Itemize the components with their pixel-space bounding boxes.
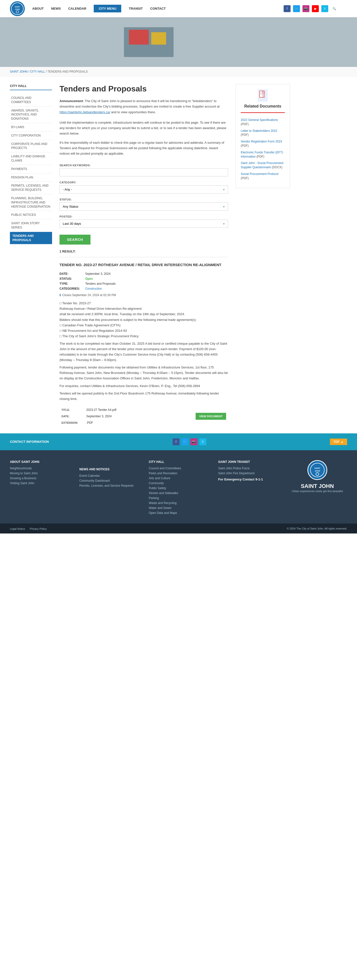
nav-calendar[interactable]: CALENDAR [68,7,86,10]
vimeo-icon[interactable]: V [321,5,328,12]
footer-vimeo-icon[interactable]: V [199,438,206,445]
sidebar-item-awards: AWARDS, GRANTS, INCENTIVES, AND DONATION… [10,107,52,123]
footer-facebook-icon[interactable]: f [172,438,180,445]
tender-type-meta: TYPE: Tenders and Proposals [59,282,228,285]
footer-water[interactable]: Water and Sewer [149,506,208,510]
footer-streets[interactable]: Streets and Sidewalks [149,492,208,495]
category-select[interactable]: - Any - [59,185,228,194]
nav-city-menu[interactable]: CITY MENU [94,5,121,13]
sidebar-item-story-series: SAINT JOHN STORY SERIES [10,219,52,232]
footer-open-data[interactable]: Open Data and Maps [149,511,208,515]
footer-instagram-icon[interactable]: 📷 [190,438,198,445]
related-documents: Related Documents 2022 General Specifica… [236,84,290,188]
sidebar-item-bylaws: BY-LAWS [10,123,52,132]
privacy-policy-link[interactable]: Privacy Policy [30,527,46,530]
related-link-2[interactable]: Vendor Registration Form 2023 (PDF) [241,140,285,148]
top-button[interactable]: TOP ▲ [330,439,347,445]
tender-status-meta: STATUS: Open [59,277,228,280]
tender-categories-meta: CATEGORIES: Construction [59,287,228,290]
breadcrumb-current: TENDERS AND PROPOSALS [47,70,88,73]
footer-permits[interactable]: Permits, Licenses, and Service Requests [79,484,139,487]
footer-council[interactable]: Council and Committees [149,466,208,470]
bids-tenders-link[interactable]: https://saintjohn.bidsandtenders.ca/ [59,110,110,114]
sidebar-item-permits: PERMITS, LICENSES, AND SERVICE REQUESTS [10,181,52,194]
announcement-end: and to view opportunities there. [110,110,156,114]
nav-about[interactable]: ABOUT [32,7,44,10]
footer-event-calendar[interactable]: Event Calendar [79,474,139,477]
footer-police[interactable]: Saint John Police Force [218,466,278,470]
tender-body: □ Tender No. 2023-27Rothesay Avenue / Re… [59,301,228,402]
result-divider [59,257,228,257]
closes-notice: ℹ Closes September 24, 2024 at 02:30 PM [59,293,228,297]
footer-neighbourhoods[interactable]: Neighbourhoods [10,466,69,470]
footer-fire[interactable]: Saint John Fire Department [218,471,278,475]
category-group: CATEGORY: - Any - [59,181,228,194]
instagram-icon[interactable]: 📷 [303,5,309,12]
status-group: STATUS: Any Status [59,198,228,211]
footer-emergency: For Emergency Contact 9-1-1 [218,477,278,481]
footer-legal-links: Legal Notice Privacy Policy [10,527,51,530]
related-link-4[interactable]: Saint John - Social Procurement Supplier… [241,161,285,170]
breadcrumb-cityhall[interactable]: CITY HALL [30,70,45,73]
nav-news[interactable]: NEWS [51,7,61,10]
category-select-wrapper: - Any - [59,185,228,194]
footer-community[interactable]: Community [149,482,208,485]
related-link-0[interactable]: 2022 General Specifications (PDF) [241,118,285,126]
twitter-icon[interactable]: 🐦 [293,5,300,12]
footer-community-dashboard[interactable]: Community Dashboard [79,479,139,482]
footer-visiting[interactable]: Visiting Saint John [10,482,69,485]
related-link-3[interactable]: Electronic Funds Transfer (EFT) Informat… [241,150,285,159]
site-logo[interactable]: SAINT JOHN [10,1,25,16]
legal-notice-link[interactable]: Legal Notice [10,527,25,530]
status-select[interactable]: Any Status [59,202,228,211]
doc-date-label: DATE: [59,413,84,420]
doc-title-row: TITLE: 2023-27 Tender A4.pdf VIEW DOCUME… [59,407,228,413]
footer-col-cityhall: CITY HALL Council and Committees Parks a… [149,460,208,516]
youtube-icon[interactable]: ▶ [312,5,319,12]
search-form: SEARCH KEYWORDS: CATEGORY: - Any - STATU… [59,164,228,245]
category-label: CATEGORY: [59,181,228,184]
related-docs-title: Related Documents [241,104,285,113]
footer-col-transit: SAINT JOHN TRANSIT Saint John Police For… [218,460,278,516]
doc-title-label: TITLE: [59,407,84,413]
sidebar-item-payments: PAYMENTS [10,165,52,173]
related-link-1[interactable]: Letter to Stakeholders 2022 (PDF) [241,129,285,137]
footer-cityhall-title: CITY HALL [149,460,208,464]
footer-waste[interactable]: Waste and Recycling [149,501,208,505]
sidebar-item-planning: PLANNING, BUILDING, INFRASTRUCTURE AND H… [10,194,52,211]
sidebar-item-pension: PENSION PLAN [10,173,52,182]
language-toggle[interactable]: FR [340,5,347,12]
categories-value[interactable]: Construction [85,287,102,290]
posted-select[interactable]: Last 30 days [59,220,228,228]
hero-overlay [0,18,357,67]
footer-parking[interactable]: Parking [149,496,208,500]
footer-parks[interactable]: Parks and Recreation [149,471,208,475]
footer-public-safety[interactable]: Public Safety [149,487,208,490]
footer-arts[interactable]: Arts and Culture [149,477,208,480]
sidebar-item-plans: CORPORATE PLANS AND PROJECTS [10,140,52,153]
nav-contact[interactable]: CONTACT [150,7,166,10]
footer-col-news: NEWS AND NOTICES Event Calendar Communit… [79,460,139,516]
breadcrumb: SAINT JOHN / CITY HALL / TENDERS AND PRO… [0,67,357,76]
footer-copyright: © 2024 The City of Saint John. All right… [287,527,347,530]
view-document-button[interactable]: VIEW DOCUMENT [196,413,226,420]
search-icon[interactable]: 🔍 [331,5,338,12]
search-button[interactable]: SEARCH [59,235,91,245]
footer-twitter-icon[interactable]: 🐦 [182,438,188,445]
footer-about-title: ABOUT SAINT JOHN [10,460,69,464]
sidebar-item-public-notices: PUBLIC NOTICES [10,211,52,219]
breadcrumb-saintjohn[interactable]: SAINT JOHN [10,70,27,73]
footer-moving[interactable]: Moving to Saint John [10,471,69,475]
related-link-5[interactable]: Social Procurement Protocol (PDF) [241,172,285,180]
page-title: Tenders and Proposals [59,84,228,94]
categories-label: CATEGORIES: [59,287,84,290]
date-label: DATE: [59,272,84,275]
footer-social: f 🐦 📷 V [172,438,206,445]
nav-transit[interactable]: TRANSIT [129,7,143,10]
tender-result: TENDER NO. 2023-27 ROTHESAY AVENUE / RET… [59,262,228,426]
keywords-input[interactable] [59,168,228,177]
footer-growing[interactable]: Growing a Business [10,477,69,480]
announcement: Announcement: The City of Saint John is … [59,99,228,115]
status-label-meta: STATUS: [59,277,84,280]
facebook-icon[interactable]: f [284,5,290,12]
